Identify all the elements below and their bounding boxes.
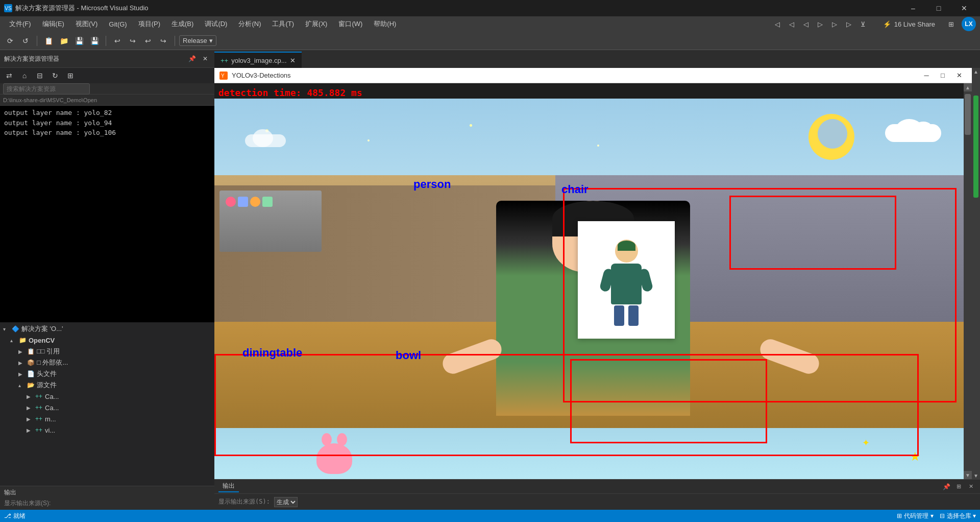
tree-label-opencv: OpenCV: [29, 337, 55, 344]
tree-item-src-4[interactable]: ▶ ++ vi...: [0, 424, 214, 436]
cloud-1: [885, 116, 941, 142]
toolbar-open-btn[interactable]: 📁: [57, 34, 71, 48]
menu-window[interactable]: 窗口(W): [333, 17, 368, 31]
menu-view[interactable]: 视图(V): [70, 17, 103, 31]
tree-label-external: □ 外部依...: [37, 358, 68, 367]
yolo-scrollbar[interactable]: ▲ ▼: [964, 83, 972, 479]
person-label: person: [413, 178, 451, 191]
se-refresh-btn[interactable]: ↻: [48, 69, 62, 82]
menu-analyze[interactable]: 分析(N): [233, 17, 266, 31]
menu-help[interactable]: 帮助(H): [369, 17, 401, 31]
toolbar-new-btn[interactable]: 📋: [41, 34, 56, 48]
menu-git[interactable]: Git(G): [104, 18, 132, 30]
nav-arrow-down[interactable]: ⊻: [856, 17, 870, 31]
right-scrollbar[interactable]: ▲ ▼: [972, 68, 980, 479]
git-branch-icon: ⎇: [4, 512, 11, 519]
nav-back-3[interactable]: ◁: [799, 17, 813, 31]
output-panel-header: 输出 📌 ⊞ ✕: [214, 480, 980, 494]
tree-item-sources[interactable]: ▴ 📂 源文件: [0, 379, 214, 391]
tree-label-src-3: m...: [45, 415, 56, 423]
output-close-btn[interactable]: ✕: [966, 482, 976, 492]
tab-close-icon[interactable]: ✕: [290, 57, 296, 64]
se-home-btn[interactable]: ⌂: [17, 69, 32, 82]
output-panel-controls: 📌 ⊞ ✕: [941, 482, 976, 492]
chair-detection-box: [729, 196, 896, 270]
toolbar-redo2-btn[interactable]: ↪: [156, 34, 170, 48]
output-tab-active[interactable]: 输出: [218, 481, 239, 492]
tree-item-refs[interactable]: ▶ 📋 □□ 引用: [0, 346, 214, 357]
toolbar-redo-btn[interactable]: ↪: [126, 34, 140, 48]
nav-back-1[interactable]: ◁: [771, 17, 784, 31]
menu-tools[interactable]: 工具(T): [267, 17, 299, 31]
tree-label-src-1: Ca...: [45, 393, 59, 400]
nav-back-2[interactable]: ◁: [785, 17, 798, 31]
toolbar-undo-btn[interactable]: ↩: [110, 34, 125, 48]
toolbar-forward-btn[interactable]: ↺: [18, 34, 33, 48]
status-ready: 就绪: [13, 512, 26, 520]
nav-forward-3[interactable]: ▷: [842, 17, 855, 31]
sky-background: ★ ✦: [214, 99, 972, 479]
output-maximize-btn[interactable]: ⊞: [953, 482, 964, 492]
close-button[interactable]: ✕: [952, 0, 976, 16]
detection-time-text: detection time: 485.882 ms: [218, 87, 362, 98]
warehouse-icon: ⊟: [940, 512, 945, 519]
pin-icon[interactable]: 📌: [187, 54, 197, 64]
menu-edit[interactable]: 编辑(E): [37, 17, 69, 31]
yolo-minimize-btn[interactable]: ─: [919, 70, 934, 81]
yolo-maximize-btn[interactable]: □: [935, 70, 950, 81]
user-avatar[interactable]: LX: [962, 17, 976, 31]
tree-item-opencv[interactable]: ▴ 📁 OpenCV: [0, 335, 214, 346]
file-path-text: D:\linux-share-dir\MSVC_Demo\Open: [3, 97, 97, 103]
left-panel: 解决方案资源管理器 📌 ✕ ⇄ ⌂ ⊟ ↻ ⊞ D:\linux-share-d…: [0, 50, 214, 510]
yolo-window-title: YOLOv3-Detections: [232, 72, 291, 79]
config-label: Release: [183, 37, 207, 44]
detection-viewport: detection time: 485.882 ms: [214, 83, 972, 479]
extensions-icon[interactable]: ⊞: [944, 17, 958, 31]
toolbar-save-btn[interactable]: 💾: [72, 34, 86, 48]
toolbar-save-all-btn[interactable]: 💾: [87, 34, 102, 48]
live-share-button[interactable]: ⚡ 16 Live Share: [878, 19, 940, 30]
menu-bar: 文件(F) 编辑(E) 视图(V) Git(G) 项目(P) 生成(B) 调试(…: [0, 16, 980, 32]
storage-box: [219, 191, 322, 252]
menu-project[interactable]: 项目(P): [133, 17, 165, 31]
tab-yolov3[interactable]: ++ yolov3_image.cp... ✕: [214, 52, 302, 68]
bottom-output-panel: 输出 📌 ⊞ ✕ 显示输出来源(S): 生成: [214, 479, 980, 510]
search-input[interactable]: [3, 83, 90, 94]
output-pin-btn[interactable]: 📌: [941, 482, 951, 492]
menu-file[interactable]: 文件(F): [4, 17, 36, 31]
code-mgmt-text: 代码管理 ▾: [904, 512, 933, 520]
tree-item-external[interactable]: ▶ 📦 □ 外部依...: [0, 357, 214, 368]
se-filter-btn[interactable]: ⊟: [33, 69, 47, 82]
maximize-button[interactable]: □: [927, 0, 950, 16]
status-select-warehouse[interactable]: ⊟ 选择仓库 ▾: [940, 512, 976, 520]
toolbar-undo2-btn[interactable]: ↩: [141, 34, 155, 48]
yolo-titlebar: Y YOLOv3-Detections ─ □ ✕: [214, 68, 972, 83]
se-sync-btn[interactable]: ⇄: [2, 69, 16, 82]
config-dropdown[interactable]: Release ▾: [179, 35, 216, 46]
nav-forward-1[interactable]: ▷: [814, 17, 827, 31]
tree-item-src-3[interactable]: ▶ ++ m...: [0, 413, 214, 424]
toolbar-sep-3: [175, 36, 175, 46]
tree-item-headers[interactable]: ▶ 📄 头文件: [0, 368, 214, 379]
toolbar-file-group: 📋 📁 💾 💾: [41, 34, 102, 48]
panel-close-icon[interactable]: ✕: [200, 54, 210, 64]
minimize-button[interactable]: –: [901, 0, 925, 16]
tree-item-src-1[interactable]: ▶ ++ Ca...: [0, 391, 214, 402]
output-source-select[interactable]: 生成: [274, 497, 298, 507]
menu-extensions[interactable]: 扩展(X): [300, 17, 332, 31]
se-collapse-btn[interactable]: ⊞: [63, 69, 78, 82]
status-git-icon[interactable]: ⎇ 就绪: [4, 512, 26, 520]
menu-build[interactable]: 生成(B): [166, 17, 199, 31]
live-share-label: 16 Live Share: [894, 20, 935, 28]
toolbar-back-btn[interactable]: ⟳: [3, 34, 17, 48]
tree-label-headers: 头文件: [37, 369, 57, 378]
nav-forward-2[interactable]: ▷: [828, 17, 841, 31]
output-section: 输出 显示输出来源(S):: [0, 486, 214, 510]
status-code-management[interactable]: ⊞ 代码管理 ▾: [897, 512, 933, 520]
menu-debug[interactable]: 调试(D): [200, 17, 232, 31]
yolo-close-btn[interactable]: ✕: [951, 70, 967, 81]
yolo-detection-window: Y YOLOv3-Detections ─ □ ✕ detection time…: [214, 68, 972, 479]
tree-item-solution[interactable]: ▾ 🔷 解决方案 'O...': [0, 323, 214, 335]
content-area: Y YOLOv3-Detections ─ □ ✕ detection time…: [214, 68, 980, 479]
tree-item-src-2[interactable]: ▶ ++ Ca...: [0, 402, 214, 413]
